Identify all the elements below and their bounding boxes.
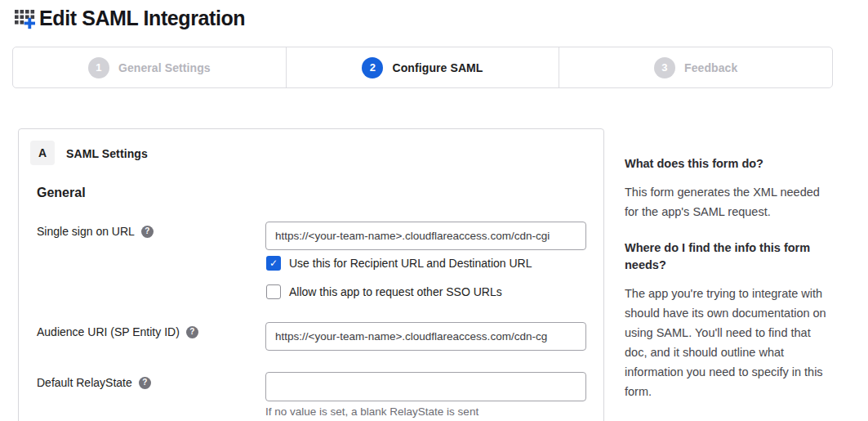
audience-uri-input[interactable] [265, 322, 586, 351]
section-badge: A [30, 141, 55, 165]
checkbox-unchecked-icon[interactable] [266, 284, 281, 299]
general-group-heading: General [37, 186, 86, 200]
recipient-destination-checkbox-row[interactable]: ✓ Use this for Recipient URL and Destina… [266, 256, 532, 271]
checkbox-label: Use this for Recipient URL and Destinati… [289, 257, 532, 270]
relay-state-helper-text: If no value is set, a blank RelayState i… [265, 405, 479, 418]
relay-state-label-text: Default RelayState [37, 376, 132, 389]
info-sidebar: What does this form do? This form genera… [625, 155, 830, 419]
step-configure-saml[interactable]: 2 Configure SAML [286, 47, 559, 87]
sso-url-label-text: Single sign on URL [37, 225, 135, 238]
step-label: Feedback [684, 61, 737, 74]
step-number-badge: 2 [362, 57, 383, 78]
audience-uri-label: Audience URI (SP Entity ID) ? [37, 325, 198, 338]
edit-saml-integration-page: Edit SAML Integration 1 General Settings… [0, 0, 868, 421]
relay-state-input[interactable] [265, 372, 586, 401]
sso-url-label: Single sign on URL ? [37, 225, 154, 238]
help-icon[interactable]: ? [186, 326, 198, 338]
sidebar-body: This form generates the XML needed for t… [625, 182, 830, 222]
sidebar-heading: Where do I find the info this form needs… [625, 240, 830, 274]
relay-state-label: Default RelayState ? [37, 376, 151, 389]
checkbox-label: Allow this app to request other SSO URLs [289, 285, 502, 298]
checkbox-checked-icon[interactable]: ✓ [266, 256, 281, 271]
help-icon[interactable]: ? [139, 377, 151, 389]
wizard-stepper: 1 General Settings 2 Configure SAML 3 Fe… [12, 47, 833, 88]
app-grid-add-icon [14, 7, 36, 29]
saml-settings-panel: A SAML Settings General Single sign on U… [18, 128, 604, 421]
sso-url-input[interactable] [265, 222, 586, 250]
other-sso-urls-checkbox-row[interactable]: Allow this app to request other SSO URLs [266, 284, 502, 299]
sidebar-body: The app you're trying to integrate with … [625, 284, 830, 401]
step-number-badge: 1 [88, 57, 109, 78]
step-label: Configure SAML [392, 61, 483, 74]
page-title: Edit SAML Integration [39, 7, 245, 30]
step-general-settings[interactable]: 1 General Settings [13, 47, 286, 87]
audience-uri-label-text: Audience URI (SP Entity ID) [37, 325, 180, 338]
page-title-bar: Edit SAML Integration [14, 7, 245, 30]
step-label: General Settings [118, 61, 211, 74]
section-title: SAML Settings [66, 147, 148, 160]
help-icon[interactable]: ? [141, 226, 154, 238]
sidebar-heading: What does this form do? [625, 155, 830, 172]
step-number-badge: 3 [654, 57, 675, 78]
step-feedback[interactable]: 3 Feedback [559, 47, 832, 87]
